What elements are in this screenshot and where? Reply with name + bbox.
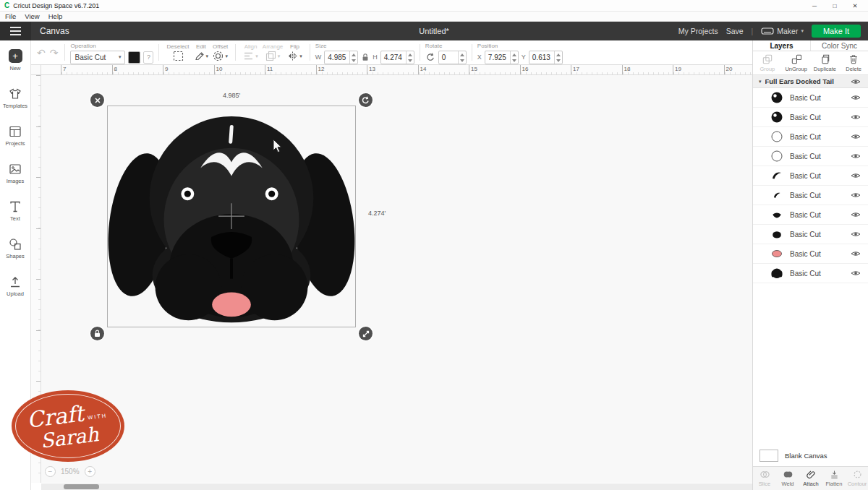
layer-row[interactable]: Basic Cut xyxy=(753,205,868,225)
ungroup-button[interactable]: UnGroup xyxy=(782,51,811,74)
ruler-tick: 14 xyxy=(420,66,427,72)
height-input[interactable]: 4.274 xyxy=(380,51,414,64)
visibility-eye-icon[interactable] xyxy=(851,270,861,277)
layer-row[interactable]: Basic Cut xyxy=(753,244,868,264)
undo-icon[interactable]: ↶ xyxy=(37,47,46,59)
visibility-eye-icon[interactable] xyxy=(851,211,861,218)
align-button[interactable]: Align ▾ xyxy=(241,40,260,64)
deselect-button[interactable]: Deselect xyxy=(164,40,191,64)
menu-help[interactable]: Help xyxy=(48,12,63,20)
close-icon[interactable]: ✕ xyxy=(846,1,864,11)
remove-handle[interactable] xyxy=(90,93,104,107)
layer-row[interactable]: Basic Cut xyxy=(753,186,868,205)
hamburger-menu-icon[interactable] xyxy=(0,22,31,40)
height-stepper[interactable] xyxy=(406,51,414,64)
color-swatch[interactable] xyxy=(128,51,140,64)
width-input[interactable]: 4.985 xyxy=(324,51,358,64)
redo-icon[interactable]: ↷ xyxy=(50,47,59,59)
layer-row[interactable]: Basic Cut xyxy=(753,147,868,166)
selection-bounding-box[interactable] xyxy=(107,106,356,327)
rotate-input[interactable]: 0 xyxy=(438,51,467,64)
make-it-button[interactable]: Make It xyxy=(812,25,861,38)
horizontal-scrollbar[interactable] xyxy=(41,483,752,490)
rotate-handle[interactable] xyxy=(359,93,373,107)
zoom-in-button[interactable]: + xyxy=(85,466,95,477)
delete-button[interactable]: Delete xyxy=(839,51,868,74)
selected-image-dog-face[interactable] xyxy=(108,106,355,327)
attach-button[interactable]: Attach xyxy=(799,467,822,490)
visibility-eye-icon[interactable] xyxy=(851,250,861,257)
visibility-eye-icon[interactable] xyxy=(851,231,861,238)
resize-handle[interactable] xyxy=(359,327,373,340)
contour-button[interactable]: Contour xyxy=(846,467,868,490)
layer-row[interactable]: Basic Cut xyxy=(753,264,868,283)
sidebar-item-images[interactable]: Images xyxy=(7,163,25,184)
save-button[interactable]: Save xyxy=(726,27,744,35)
position-y-stepper[interactable] xyxy=(554,51,562,64)
upload-arrow-icon xyxy=(9,275,22,288)
lock-handle[interactable] xyxy=(90,327,104,340)
layer-group-header[interactable]: ▾ Full Ears Docked Tail xyxy=(753,75,868,88)
blank-canvas-row[interactable]: Blank Canvas xyxy=(753,444,868,466)
maximize-icon[interactable]: □ xyxy=(826,1,843,11)
weld-button[interactable]: Weld xyxy=(776,467,799,490)
layer-row[interactable]: Basic Cut xyxy=(753,88,868,108)
minimize-icon[interactable]: ─ xyxy=(806,1,823,11)
align-icon xyxy=(243,51,254,61)
visibility-eye-icon[interactable] xyxy=(851,172,861,179)
arrange-button[interactable]: Arrange ▾ xyxy=(260,40,285,64)
offset-button[interactable]: Offset ▾ xyxy=(210,40,230,64)
position-x-input[interactable]: 7.925 xyxy=(485,51,519,64)
menu-file[interactable]: File xyxy=(5,12,16,20)
collapse-caret-icon[interactable]: ▾ xyxy=(759,79,762,85)
visibility-eye-icon[interactable] xyxy=(851,113,861,121)
layer-operation-label: Basic Cut xyxy=(790,231,844,238)
layer-thumbnail-eye-pupil-icon xyxy=(770,91,783,104)
layer-row[interactable]: Basic Cut xyxy=(753,166,868,186)
sidebar-item-templates[interactable]: Templates xyxy=(3,87,27,109)
trash-icon xyxy=(848,54,859,64)
duplicate-icon xyxy=(820,54,830,64)
canvas-color-swatch[interactable] xyxy=(760,450,778,462)
slice-button[interactable]: Slice xyxy=(753,467,776,490)
operation-select[interactable]: Basic Cut ▾ xyxy=(70,51,125,64)
group-button[interactable]: Group xyxy=(753,51,782,74)
visibility-eye-icon[interactable] xyxy=(851,152,861,160)
swatch-help-box[interactable]: ? xyxy=(143,51,153,64)
flip-button[interactable]: Flip ▾ xyxy=(285,40,305,64)
menu-view[interactable]: View xyxy=(25,12,39,20)
offset-icon xyxy=(213,51,224,61)
layer-row[interactable]: Basic Cut xyxy=(753,225,868,244)
visibility-eye-icon[interactable] xyxy=(851,192,861,199)
chevron-down-icon: ▾ xyxy=(299,53,302,59)
sidebar-item-projects[interactable]: Projects xyxy=(5,125,25,147)
sidebar-item-upload[interactable]: Upload xyxy=(7,275,24,297)
canvas-surface[interactable]: 4.985' 4.274' xyxy=(41,75,752,483)
zoom-out-button[interactable]: − xyxy=(45,466,56,477)
width-stepper[interactable] xyxy=(349,51,357,64)
rotate-icon[interactable] xyxy=(425,52,435,62)
position-y-input[interactable]: 0.613 xyxy=(529,51,563,64)
visibility-eye-icon[interactable] xyxy=(851,94,861,101)
size-lock-icon[interactable] xyxy=(361,52,370,62)
scrollbar-thumb[interactable] xyxy=(64,484,99,489)
sidebar-label-upload: Upload xyxy=(7,291,24,297)
position-x-stepper[interactable] xyxy=(510,51,518,64)
visibility-eye-icon[interactable] xyxy=(851,133,861,140)
my-projects-link[interactable]: My Projects xyxy=(678,27,718,35)
edit-button[interactable]: Edit ▾ xyxy=(192,40,211,64)
flatten-button[interactable]: Flatten xyxy=(822,467,846,490)
machine-selector[interactable]: Maker ▾ xyxy=(761,27,804,35)
tab-color-sync[interactable]: Color Sync xyxy=(810,40,868,51)
visibility-eye-icon[interactable] xyxy=(851,78,861,85)
sidebar-item-shapes[interactable]: Shapes xyxy=(6,238,24,259)
sidebar-item-new[interactable]: + New xyxy=(9,49,22,72)
tshirt-icon xyxy=(9,87,22,100)
duplicate-button[interactable]: Duplicate xyxy=(811,51,840,74)
height-axis-label: H xyxy=(373,53,378,61)
sidebar-item-text[interactable]: Text xyxy=(9,200,22,222)
tab-layers[interactable]: Layers xyxy=(753,40,810,51)
rotate-stepper[interactable] xyxy=(458,51,466,64)
layer-row[interactable]: Basic Cut xyxy=(753,108,868,127)
layer-row[interactable]: Basic Cut xyxy=(753,127,868,147)
